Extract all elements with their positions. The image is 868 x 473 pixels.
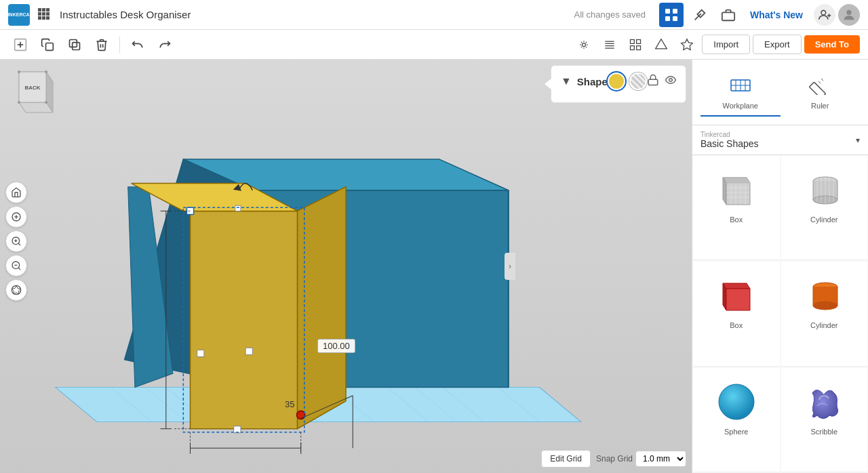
visibility-button[interactable]: [665, 74, 677, 89]
scribble-label: Scribble: [810, 428, 837, 436]
svg-rect-16: [631, 39, 635, 43]
add-user-button[interactable]: [814, 4, 835, 26]
svg-rect-12: [46, 43, 54, 50]
hole-color-swatch[interactable]: [629, 73, 647, 90]
zoom-in-button[interactable]: [5, 230, 27, 252]
lock-button[interactable]: [647, 74, 659, 89]
view-mode-5[interactable]: [675, 33, 699, 57]
home-view-button[interactable]: [5, 182, 27, 203]
svg-marker-121: [726, 289, 750, 310]
svg-point-88: [669, 79, 673, 82]
add-button[interactable]: [8, 33, 33, 57]
top-nav: TINKERCAD Instructables Desk Organiser A…: [0, 0, 868, 30]
dimension-label-35: 35: [285, 399, 294, 409]
tab-ruler[interactable]: Ruler: [781, 68, 861, 117]
left-controls: [5, 182, 27, 301]
shape-item-orange-cylinder[interactable]: Cylinder: [781, 262, 868, 366]
briefcase-button[interactable]: [716, 3, 741, 27]
svg-point-8: [846, 9, 851, 14]
redo-button[interactable]: [153, 33, 177, 57]
viewport[interactable]: 100.00 35 TOP BACK: [0, 60, 692, 473]
export-button[interactable]: Export: [753, 35, 802, 54]
panel-collapse-arrow[interactable]: ▼: [561, 75, 572, 87]
svg-point-124: [813, 302, 837, 310]
svg-rect-13: [70, 39, 77, 47]
undo-button[interactable]: [125, 33, 150, 57]
scribble-icon: [800, 376, 848, 424]
svg-point-49: [297, 411, 305, 419]
category-name: Tinkercad: [701, 131, 759, 138]
solid-color-swatch[interactable]: [608, 73, 625, 90]
ruler-icon: [809, 73, 831, 99]
svg-rect-87: [648, 79, 658, 85]
svg-marker-120: [723, 283, 726, 310]
grid-view-button[interactable]: [659, 3, 684, 27]
view-mode-2[interactable]: [597, 33, 622, 57]
svg-rect-4: [722, 12, 734, 20]
compass-button[interactable]: [5, 279, 27, 301]
tab-workplane[interactable]: Workplane: [701, 68, 781, 117]
svg-rect-2: [665, 16, 670, 21]
duplicate-button[interactable]: [62, 33, 87, 57]
fit-view-button[interactable]: [5, 206, 27, 228]
svg-point-74: [45, 101, 47, 104]
send-to-button[interactable]: Send To: [804, 35, 860, 54]
svg-marker-99: [723, 178, 726, 205]
delete-button[interactable]: [90, 33, 114, 57]
nav-icons: What's New: [659, 3, 808, 27]
svg-line-96: [821, 79, 823, 81]
zoom-out-button[interactable]: [5, 255, 27, 276]
category-type: Basic Shapes: [701, 138, 759, 149]
view-mode-1[interactable]: [572, 33, 596, 57]
view-mode-3[interactable]: [623, 33, 648, 57]
user-area: [814, 4, 860, 26]
svg-point-127: [719, 384, 754, 419]
ruler-label: Ruler: [811, 102, 829, 110]
workplane-icon: [730, 73, 751, 99]
view-mode-4[interactable]: [649, 33, 673, 57]
avatar[interactable]: [838, 4, 860, 26]
shape-item-scribble[interactable]: Scribble: [781, 368, 868, 472]
svg-rect-0: [665, 9, 670, 14]
right-panel: Workplane Ruler Tinker: [692, 60, 868, 473]
shape-item-grey-box[interactable]: Box: [693, 156, 780, 260]
svg-rect-3: [673, 16, 677, 21]
pickaxe-button[interactable]: [688, 3, 712, 27]
shape-item-grey-cylinder[interactable]: Cylinder: [781, 156, 868, 260]
svg-text:BACK: BACK: [24, 85, 40, 91]
shape-panel-actions: [647, 74, 677, 89]
panel-arrow: [545, 79, 551, 89]
svg-rect-46: [197, 350, 204, 356]
red-box-label: Box: [730, 321, 743, 329]
dimension-label-100: 100.00: [317, 339, 355, 353]
edit-grid-button[interactable]: Edit Grid: [541, 450, 591, 468]
import-button[interactable]: Import: [702, 35, 750, 54]
snap-grid-label: Snap Grid: [596, 454, 633, 464]
grey-cylinder-icon: [800, 164, 848, 211]
svg-line-95: [818, 81, 821, 83]
shape-item-blue-sphere[interactable]: Sphere: [693, 368, 780, 472]
svg-point-73: [18, 101, 20, 104]
svg-marker-100: [726, 183, 750, 205]
category-dropdown-arrow[interactable]: ▾: [856, 136, 860, 145]
category-info: Tinkercad Basic Shapes: [701, 131, 759, 149]
panel-collapse-handle[interactable]: ›: [505, 253, 515, 280]
svg-line-84: [18, 268, 20, 270]
svg-rect-14: [73, 42, 80, 49]
whats-new-button[interactable]: What's New: [745, 7, 808, 23]
copy-button[interactable]: [35, 33, 60, 57]
save-status: All changes saved: [574, 9, 646, 20]
blue-sphere-icon: [713, 376, 760, 424]
grid-view-icon: [38, 8, 52, 22]
grey-cylinder-label: Cylinder: [810, 215, 837, 224]
nav-cube[interactable]: TOP BACK: [5, 65, 60, 119]
grey-box-icon: [713, 164, 760, 211]
3d-scene: [0, 60, 692, 473]
bottom-controls: Edit Grid Snap Grid 1.0 mm 0.5 mm 0.1 mm…: [541, 450, 686, 468]
svg-point-15: [583, 43, 586, 46]
toolbar-sep-1: [119, 37, 120, 53]
toolbar: Import Export Send To: [0, 30, 868, 60]
shape-item-red-box[interactable]: Box: [693, 262, 780, 366]
snap-grid-select[interactable]: 1.0 mm 0.5 mm 0.1 mm 2.0 mm: [635, 451, 686, 467]
red-box-icon: [713, 270, 760, 317]
